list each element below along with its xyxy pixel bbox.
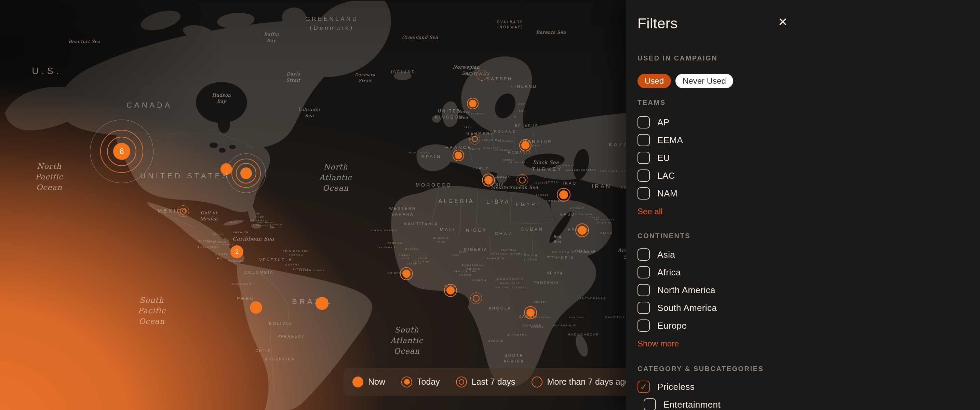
filter-pill-used[interactable]: Used <box>638 74 671 88</box>
checkbox[interactable] <box>638 116 650 129</box>
checkbox-label: South America <box>657 303 717 313</box>
legend-items: NowTodayLast 7 daysMore than 7 days ago <box>352 376 630 388</box>
continents-options: AsiaAfricaNorth AmericaSouth AmericaEuro… <box>638 248 980 332</box>
legend-label: Last 7 days <box>472 377 515 387</box>
checkbox[interactable] <box>638 302 650 314</box>
checkbox-row[interactable]: AP <box>638 116 980 129</box>
checkbox-label: North America <box>657 285 716 296</box>
checkbox-label: Asia <box>657 249 675 260</box>
checkbox-row[interactable]: North America <box>638 284 980 296</box>
legend-item: Today <box>401 376 440 388</box>
checkbox[interactable] <box>638 284 650 296</box>
map-legend: NowTodayLast 7 daysMore than 7 days ago <box>343 368 643 396</box>
legend-solid-ring-icon <box>401 376 412 388</box>
checkbox-row[interactable]: Asia <box>638 248 980 261</box>
checkbox[interactable] <box>638 152 650 164</box>
legend-item: Now <box>352 376 385 388</box>
section-continents: CONTINENTS <box>638 232 980 240</box>
checkbox-label: Priceless <box>657 381 695 392</box>
teams-options: APEEMAEULACNAM <box>638 116 980 200</box>
used-pills: UsedNever Used <box>638 74 980 88</box>
close-icon[interactable]: ✕ <box>776 14 789 30</box>
checkbox-row[interactable]: Europe <box>638 319 980 332</box>
checkbox-row[interactable]: Entertainment <box>644 398 980 410</box>
checkbox-row[interactable]: EU <box>638 152 980 164</box>
checkbox-row[interactable]: ✓Priceless <box>638 381 980 393</box>
legend-solid-icon <box>352 376 364 388</box>
category-options: ✓PricelessEntertainment <box>638 381 980 410</box>
checkbox-label: LAC <box>657 170 675 181</box>
legend-label: Now <box>368 377 385 387</box>
legend-label: More than 7 days ago <box>547 377 630 387</box>
legend-item: More than 7 days ago <box>531 376 630 388</box>
checkbox-label: EU <box>657 153 670 163</box>
legend-label: Today <box>417 377 440 387</box>
checkbox-label: EEMA <box>657 135 683 146</box>
show-more-link[interactable]: Show more <box>638 338 679 349</box>
checkbox[interactable] <box>638 248 650 261</box>
checkbox[interactable] <box>638 134 650 146</box>
checkbox-row[interactable]: Africa <box>638 266 980 278</box>
checkbox-label: Africa <box>657 267 681 278</box>
checkbox-row[interactable]: LAC <box>638 170 980 182</box>
filters-panel: Filters ✕ USED IN CAMPAIGN UsedNever Use… <box>626 0 980 410</box>
checkbox-checked[interactable]: ✓ <box>638 381 650 393</box>
checkbox-label: NAM <box>657 188 678 199</box>
checkbox-label: Entertainment <box>663 399 721 410</box>
checkbox-row[interactable]: EEMA <box>638 134 980 146</box>
checkbox[interactable] <box>644 398 656 410</box>
checkbox-label: Europe <box>657 321 687 331</box>
filter-pill-never-used[interactable]: Never Used <box>675 74 733 88</box>
see-all-link[interactable]: See all <box>638 207 662 217</box>
checkbox-row[interactable]: NAM <box>638 187 980 200</box>
section-used-in-campaign: USED IN CAMPAIGN <box>638 54 980 62</box>
checkbox-label: AP <box>657 117 669 128</box>
legend-ring-icon <box>531 376 543 388</box>
checkbox[interactable] <box>638 170 650 182</box>
legend-double-ring-icon <box>456 376 467 388</box>
section-teams: TEAMS <box>638 99 980 106</box>
checkbox[interactable] <box>638 266 650 278</box>
panel-title: Filters <box>638 15 980 32</box>
checkbox-row[interactable]: South America <box>638 302 980 314</box>
section-category-subcategories: CATEGORY & SUBCATEGORIES <box>638 365 980 373</box>
checkbox[interactable] <box>638 187 650 200</box>
checkbox[interactable] <box>638 319 650 332</box>
legend-item: Last 7 days <box>456 376 515 388</box>
